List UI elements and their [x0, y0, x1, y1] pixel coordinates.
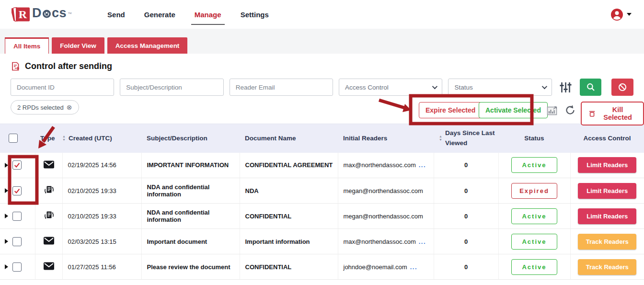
page-title: Control after sending — [25, 61, 112, 71]
mail-icon — [44, 264, 54, 272]
access-control-button[interactable]: Track Readers — [578, 259, 636, 275]
tab-access-management[interactable]: Access Management — [107, 37, 188, 54]
advanced-filters-button[interactable] — [559, 81, 572, 93]
doc-refresh-icon — [44, 190, 54, 197]
days-since-last-viewed-cell: 0 — [434, 204, 498, 229]
tab-band: All Items Folder View Access Management — [0, 29, 644, 54]
initial-reader-email: johndoe@noemail.com — [344, 263, 407, 271]
created-cell: 02/19/2025 14:56 — [62, 153, 141, 178]
status-select[interactable]: Status — [448, 79, 552, 96]
row-checkbox[interactable] — [12, 237, 22, 246]
nav-item-manage[interactable]: Manage — [194, 8, 222, 22]
selection-chip[interactable]: 2 RPDs selected ⊗ — [11, 100, 79, 114]
trash-icon — [589, 110, 595, 117]
document-send-icon — [11, 61, 21, 71]
column-header-document-name: Document Name — [240, 124, 338, 153]
status-badge[interactable]: Active — [511, 259, 557, 275]
reader-email-input[interactable] — [230, 79, 333, 96]
tab-all-items[interactable]: All Items — [5, 37, 49, 54]
status-badge[interactable]: Active — [511, 208, 557, 224]
more-readers-link[interactable]: ... — [410, 263, 417, 271]
sliders-icon — [559, 81, 572, 93]
svg-text:R: R — [19, 8, 27, 21]
nav-item-send[interactable]: Send — [106, 8, 126, 22]
rdocs-logo-text: D cs ™ — [32, 6, 72, 21]
subject-description-input[interactable] — [120, 79, 223, 96]
chevron-down-icon — [542, 84, 547, 89]
table-row: 02/03/2025 13:15 Important document Impo… — [0, 229, 644, 254]
rdocs-logo[interactable]: R D cs ™ — [12, 6, 72, 23]
select-all-checkbox[interactable] — [9, 134, 18, 143]
row-checkbox[interactable] — [12, 212, 22, 221]
column-header-created[interactable]: ▲▼ Created (UTC) — [62, 135, 141, 142]
days-since-last-viewed-cell: 0 — [434, 254, 498, 280]
rdocs-logo-mark: R — [12, 6, 31, 23]
access-control-button[interactable]: Limit Readers — [578, 208, 636, 224]
page-title-row: Control after sending — [11, 60, 644, 72]
column-header-type: Type — [35, 124, 62, 153]
column-header-access-control: Access Control — [570, 124, 644, 153]
activate-selected-button[interactable]: Activate Selected — [479, 102, 548, 118]
ban-icon — [618, 82, 627, 92]
initial-reader-email: max@northendassoc.com — [344, 238, 416, 245]
sort-icon[interactable]: ▲▼ — [439, 135, 442, 141]
access-control-select[interactable]: Access Control — [339, 79, 442, 96]
selection-chip-label: 2 RPDs selected — [17, 104, 64, 111]
search-button[interactable] — [580, 79, 602, 96]
top-bar: R D cs ™ Send Generate Manage Settings — [0, 0, 644, 29]
tab-folder-view[interactable]: Folder View — [52, 37, 104, 54]
created-cell: 02/03/2025 13:15 — [62, 229, 141, 254]
mail-icon — [44, 239, 54, 246]
more-readers-link[interactable]: ... — [419, 161, 426, 169]
expand-row-icon[interactable] — [5, 239, 8, 244]
user-avatar-icon — [610, 8, 623, 21]
row-checkbox[interactable] — [12, 262, 22, 272]
user-menu[interactable] — [610, 8, 632, 21]
lock-in-o-icon — [42, 9, 51, 18]
refresh-icon — [564, 104, 576, 116]
table-row: 02/10/2025 19:33 NDA and confidential in… — [0, 178, 644, 204]
sort-icon[interactable]: ▲▼ — [62, 135, 66, 141]
table-row: 02/10/2025 19:33 NDA and confidential in… — [0, 204, 644, 229]
kill-selected-label: Kill Selected — [599, 106, 636, 121]
nav-item-generate[interactable]: Generate — [143, 8, 176, 22]
row-checkbox[interactable] — [12, 160, 22, 170]
nav-item-settings[interactable]: Settings — [240, 8, 270, 22]
access-control-select-value: Access Control — [345, 84, 389, 91]
initial-reader-email: megan@northendassoc.com — [344, 187, 423, 194]
days-since-last-viewed-cell: 0 — [434, 153, 498, 178]
expire-selected-button[interactable]: Expire Selected — [419, 102, 482, 118]
status-badge[interactable]: Active — [511, 157, 557, 173]
access-control-button[interactable]: Track Readers — [578, 234, 636, 250]
column-header-subject: Subject/Description — [141, 124, 240, 153]
expand-row-icon[interactable] — [5, 214, 8, 218]
document-id-input[interactable] — [11, 79, 114, 96]
row-checkbox[interactable] — [12, 186, 22, 195]
more-readers-link[interactable]: ... — [419, 238, 426, 245]
status-badge[interactable]: Active — [511, 234, 557, 250]
trademark: ™ — [68, 11, 72, 16]
initial-reader-email: max@northendassoc.com — [344, 161, 416, 169]
expand-row-icon[interactable] — [5, 163, 8, 168]
report-chart-button[interactable] — [547, 105, 558, 117]
table-row: 02/19/2025 14:56 IMPORTANT INFORMATION C… — [0, 153, 644, 178]
access-control-button[interactable]: Limit Readers — [578, 157, 636, 173]
document-name-cell: CONFIDENTIAL — [240, 204, 338, 229]
mail-icon — [44, 163, 54, 170]
status-badge[interactable]: Expired — [511, 183, 557, 199]
document-name-cell: NDA — [240, 178, 338, 204]
subject-cell: Please review the document — [141, 254, 240, 280]
access-control-button[interactable]: Limit Readers — [578, 183, 636, 199]
column-header-initial-readers: Initial Readers — [338, 124, 434, 153]
expand-row-icon[interactable] — [5, 188, 8, 193]
days-since-last-viewed-cell: 0 — [434, 229, 498, 254]
expand-row-icon[interactable] — [5, 264, 8, 269]
documents-table: Type ▲▼ Created (UTC) Subject/Descriptio… — [0, 124, 644, 280]
document-name-cell: CONFIDENTIAL AGREEMENT — [240, 153, 338, 178]
clear-filters-button[interactable] — [611, 79, 633, 96]
refresh-button[interactable] — [564, 104, 576, 118]
search-icon — [586, 82, 596, 92]
kill-selected-button[interactable]: Kill Selected — [581, 102, 644, 125]
column-header-days-since-last-viewed[interactable]: ▲▼ Days Since Last Viewed — [434, 128, 498, 148]
table-row: 01/27/2025 11:56 Please review the docum… — [0, 254, 644, 280]
